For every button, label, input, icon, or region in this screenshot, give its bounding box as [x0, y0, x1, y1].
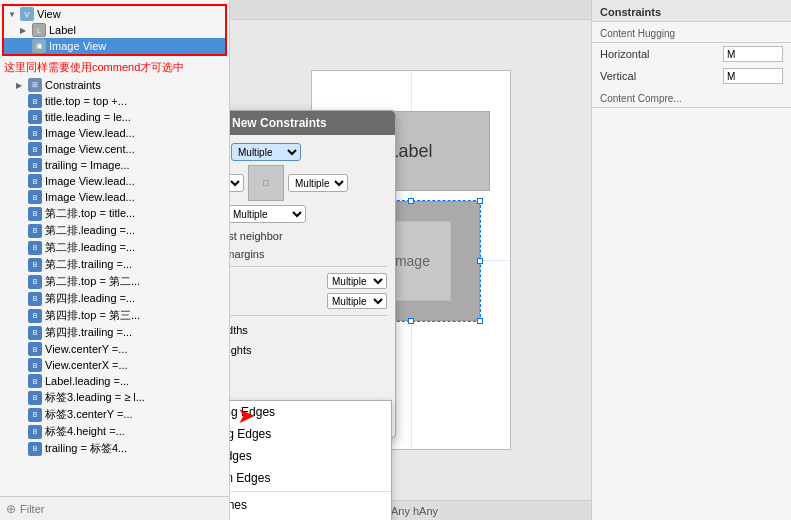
tree-item-c19[interactable]: B 标签3.leading = ≥ l...	[0, 389, 229, 406]
dropdown-horizontal-centers[interactable]: ✓ Horizontal Centers	[230, 516, 391, 520]
tree-item-c21[interactable]: B 标签4.height =...	[0, 423, 229, 440]
tree-label-c4: Image View.cent...	[45, 143, 135, 155]
constrain-margins-label: Constrain to margins	[230, 248, 265, 260]
tree-item-c13[interactable]: B 第四排.leading =...	[0, 290, 229, 307]
vertical-hugging-input[interactable]	[723, 68, 783, 84]
tree-label-c16: View.centerY =...	[45, 343, 127, 355]
tree-label-c19: 标签3.leading = ≥ l...	[45, 390, 145, 405]
equal-widths-label: Equal Widths	[230, 324, 387, 336]
tree-label-c8: 第二排.top = title...	[45, 206, 135, 221]
c19-icon: B	[28, 391, 42, 405]
tree-label-c1: title.top = top +...	[45, 95, 127, 107]
popup-title: Add New Constraints	[230, 111, 395, 135]
c5-icon: B	[28, 158, 42, 172]
tree-item-c5[interactable]: B trailing = Image...	[0, 157, 229, 173]
tree-item-c17[interactable]: B View.centerX =...	[0, 357, 229, 373]
tree-item-c10[interactable]: B 第二排.leading =...	[0, 239, 229, 256]
align-label: Alig...	[230, 384, 387, 396]
constraints-section-title: Constraints	[592, 0, 791, 22]
top-spacing-select[interactable]: Multiple	[231, 143, 301, 161]
tree-item-c8[interactable]: B 第二排.top = title...	[0, 205, 229, 222]
tree-item-c22[interactable]: B trailing = 标签4...	[0, 440, 229, 457]
tree-label-imageview: Image View	[49, 40, 106, 52]
imageview-icon: ▣	[32, 39, 46, 53]
tree-label-c21: 标签4.height =...	[45, 424, 125, 439]
tree-item-constraints[interactable]: ▶ ⊞ Constraints	[0, 77, 229, 93]
height-label: Height	[230, 295, 327, 307]
dropdown-bottom-edges[interactable]: ✓ Bottom Edges	[230, 467, 391, 489]
tree-item-c4[interactable]: B Image View.cent...	[0, 141, 229, 157]
tree-label-c14: 第四排.top = 第三...	[45, 308, 140, 323]
tree-arrow-label: ▶	[20, 26, 30, 35]
c20-icon: B	[28, 408, 42, 422]
left-spacing-select[interactable]: Multiple	[230, 174, 244, 192]
bottom-spacing-select[interactable]: Multiple	[230, 205, 306, 223]
filter-icon: ⊕	[6, 502, 16, 516]
tree-item-c6[interactable]: B Image View.lead...	[0, 173, 229, 189]
tree-item-c3[interactable]: B Image View.lead...	[0, 125, 229, 141]
width-label: Width	[230, 275, 327, 287]
tree-item-c15[interactable]: B 第四排.trailing =...	[0, 324, 229, 341]
c6-icon: B	[28, 174, 42, 188]
dropdown-trailing-edges[interactable]: ✓ Trailing Edges	[230, 423, 391, 445]
tree-label-c7: Image View.lead...	[45, 191, 135, 203]
tree-item-c11[interactable]: B 第二排.trailing =...	[0, 256, 229, 273]
tree-item-c1[interactable]: B title.top = top +...	[0, 93, 229, 109]
c8-icon: B	[28, 207, 42, 221]
dropdown-top-edges[interactable]: ✓ Top Edges	[230, 445, 391, 467]
tree-item-c14[interactable]: B 第四排.top = 第三...	[0, 307, 229, 324]
width-row: W Width Multiple	[230, 271, 387, 291]
horizontal-hugging-input[interactable]	[723, 46, 783, 62]
c9-icon: B	[28, 224, 42, 238]
tree-label-c6: Image View.lead...	[45, 175, 135, 187]
tree-label-c17: View.centerX =...	[45, 359, 128, 371]
tree-item-c7[interactable]: B Image View.lead...	[0, 189, 229, 205]
height-select[interactable]: Multiple	[327, 293, 387, 309]
view-icon: V	[20, 7, 34, 21]
canvas-top-bar	[230, 0, 591, 20]
c14-icon: B	[28, 309, 42, 323]
c16-icon: B	[28, 342, 42, 356]
tree-label-c9: 第二排.leading =...	[45, 223, 135, 238]
tree-item-c18[interactable]: B Label.leading =...	[0, 373, 229, 389]
tree-label-constraints: Constraints	[45, 79, 101, 91]
tree-label-label: Label	[49, 24, 76, 36]
c4-icon: B	[28, 142, 42, 156]
content-compression-title: Content Compre...	[592, 87, 791, 108]
c18-icon: B	[28, 374, 42, 388]
tree-item-view[interactable]: ▼ V View	[4, 6, 225, 22]
vertical-hugging-row: Vertical	[592, 65, 791, 87]
tree-label-c18: Label.leading =...	[45, 375, 129, 387]
align-dropdown: ✓ Leading Edges ✓ Trailing Edges ✓ Top E…	[230, 400, 392, 520]
dropdown-baselines[interactable]: ✓ Baselines	[230, 494, 391, 516]
constraints-popup: Add New Constraints Multiple Multiple □	[230, 110, 396, 438]
tree-arrow-constraints: ▶	[16, 81, 26, 90]
horizontal-hugging-label: Horizontal	[600, 48, 650, 60]
width-select[interactable]: Multiple	[327, 273, 387, 289]
tree-area: ▼ V View ▶ L Label ▣ Image View 这里同样需要使用…	[0, 0, 229, 496]
tree-item-c9[interactable]: B 第二排.leading =...	[0, 222, 229, 239]
tree-item-label[interactable]: ▶ L Label	[4, 22, 225, 38]
height-row: H Height Multiple	[230, 291, 387, 311]
tree-label-c12: 第二排.top = 第二...	[45, 274, 140, 289]
filter-bar: ⊕	[0, 496, 229, 520]
filter-input[interactable]	[20, 503, 223, 515]
tree-item-c12[interactable]: B 第二排.top = 第二...	[0, 273, 229, 290]
canvas-content: Label Image	[230, 20, 591, 500]
tree-item-imageview[interactable]: ▣ Image View	[4, 38, 225, 54]
tree-item-c20[interactable]: B 标签3.centerY =...	[0, 406, 229, 423]
image-text: Image	[391, 253, 430, 269]
c1-icon: B	[28, 94, 42, 108]
c3-icon: B	[28, 126, 42, 140]
tree-label-c2: title.leading = le...	[45, 111, 131, 123]
equal-heights-row: ⇕ Equal Heights	[230, 340, 387, 360]
constraint-center-box: □	[248, 165, 284, 201]
tree-label-c22: trailing = 标签4...	[45, 441, 127, 456]
c17-icon: B	[28, 358, 42, 372]
c15-icon: B	[28, 326, 42, 340]
aspect-ratio-label: Asp...	[230, 364, 387, 376]
right-spacing-select[interactable]: Multiple	[288, 174, 348, 192]
tree-item-c2[interactable]: B title.leading = le...	[0, 109, 229, 125]
tree-item-c16[interactable]: B View.centerY =...	[0, 341, 229, 357]
dropdown-leading-edges[interactable]: ✓ Leading Edges	[230, 401, 391, 423]
